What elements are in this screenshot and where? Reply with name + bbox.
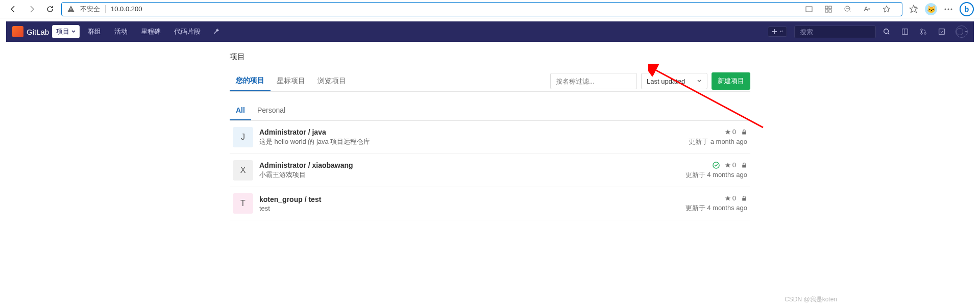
- project-row[interactable]: X Administrator / xiaobawang 小霸王游戏项目 0 更…: [230, 154, 750, 187]
- svg-rect-4: [829, 6, 831, 9]
- qr-icon[interactable]: [821, 2, 836, 16]
- plus-icon: [771, 29, 777, 35]
- gitlab-logo[interactable]: GitLab: [12, 26, 49, 37]
- favorite-icon[interactable]: [879, 2, 894, 16]
- nav-groups[interactable]: 群组: [83, 27, 106, 36]
- projects-dropdown[interactable]: 项目: [52, 25, 80, 38]
- lock-icon: [741, 162, 747, 168]
- svg-rect-12: [902, 29, 908, 35]
- nav-milestones[interactable]: 里程碑: [136, 27, 166, 36]
- more-button[interactable]: [941, 2, 955, 16]
- svg-rect-0: [70, 8, 71, 10]
- svg-rect-1: [70, 11, 71, 11]
- url-text: 10.0.0.200: [111, 5, 794, 13]
- watermark: CSDN @我是koten: [785, 295, 837, 304]
- nav-snippets[interactable]: 代码片段: [169, 27, 206, 36]
- issues-icon[interactable]: [897, 24, 913, 39]
- svg-point-16: [924, 33, 926, 35]
- svg-point-14: [921, 29, 923, 31]
- project-list: J Administrator / java 这是 hello world 的 …: [230, 121, 750, 220]
- divider: [105, 5, 106, 13]
- forward-button[interactable]: [24, 2, 39, 16]
- reader-icon[interactable]: [802, 2, 816, 16]
- refresh-button[interactable]: [43, 2, 57, 16]
- svg-rect-21: [742, 165, 746, 167]
- tab-your-projects[interactable]: 您的项目: [230, 71, 271, 91]
- project-avatar: J: [233, 127, 253, 147]
- nav-activity[interactable]: 活动: [109, 27, 133, 36]
- tab-explore[interactable]: 浏览项目: [311, 71, 352, 91]
- create-dropdown[interactable]: [768, 27, 787, 37]
- project-updated: 更新于 4 months ago: [685, 170, 747, 179]
- bing-icon[interactable]: b: [960, 2, 974, 16]
- admin-wrench-icon[interactable]: [209, 24, 224, 39]
- project-avatar: X: [233, 160, 253, 181]
- svg-rect-19: [742, 132, 746, 134]
- profile-avatar[interactable]: 🐱: [925, 3, 937, 15]
- chevron-down-icon: [779, 30, 783, 34]
- svg-rect-6: [829, 10, 831, 12]
- address-bar[interactable]: 不安全 10.0.0.200 A»: [61, 2, 902, 16]
- sort-label: Last updated: [647, 78, 685, 85]
- gitlab-header: GitLab 项目 群组 活动 里程碑 代码片段: [6, 21, 974, 42]
- lock-icon: [741, 129, 747, 135]
- project-row[interactable]: T koten_group / test test 0 更新于 4 months…: [230, 187, 750, 220]
- favorites-button[interactable]: [906, 2, 921, 16]
- star-count: 0: [725, 161, 736, 169]
- lock-icon: [741, 195, 747, 201]
- projects-dropdown-label: 项目: [56, 27, 69, 36]
- svg-point-15: [921, 33, 923, 35]
- star-icon: [725, 162, 731, 168]
- search-box[interactable]: [794, 25, 876, 38]
- chevron-down-icon: [965, 30, 967, 34]
- star-count: 0: [725, 128, 736, 136]
- svg-rect-5: [825, 10, 828, 12]
- browser-toolbar: 不安全 10.0.0.200 A» 🐱 b: [0, 0, 980, 18]
- star-icon: [725, 195, 731, 201]
- svg-rect-17: [939, 29, 945, 35]
- logo-icon: [12, 26, 23, 37]
- project-name: koten_group / test: [259, 195, 679, 203]
- back-button[interactable]: [6, 2, 20, 16]
- project-name: Administrator / java: [259, 128, 682, 136]
- tab-starred[interactable]: 星标项目: [271, 71, 311, 91]
- svg-point-10: [951, 8, 952, 10]
- sort-dropdown[interactable]: Last updated: [641, 73, 707, 89]
- todos-icon[interactable]: [934, 24, 949, 39]
- svg-rect-13: [904, 29, 904, 35]
- svg-point-9: [948, 8, 949, 10]
- sub-tab-all[interactable]: All: [230, 101, 251, 120]
- brand-text: GitLab: [27, 28, 49, 36]
- project-row[interactable]: J Administrator / java 这是 hello world 的 …: [230, 121, 750, 154]
- page-content: 项目 您的项目 星标项目 浏览项目 Last updated 新建项目 All …: [230, 42, 750, 220]
- merge-requests-icon[interactable]: [916, 24, 931, 39]
- project-updated: 更新于 a month ago: [689, 137, 747, 146]
- text-size-icon[interactable]: A»: [860, 2, 874, 16]
- project-description: 小霸王游戏项目: [259, 170, 679, 179]
- svg-rect-22: [742, 198, 746, 200]
- svg-rect-3: [825, 6, 828, 9]
- filter-input[interactable]: [550, 73, 637, 89]
- project-description: test: [259, 204, 679, 212]
- svg-point-8: [945, 8, 946, 10]
- star-count: 0: [725, 194, 736, 202]
- primary-tabs: 您的项目 星标项目 浏览项目 Last updated 新建项目: [230, 71, 750, 92]
- pipeline-success-icon: [713, 162, 720, 169]
- user-menu[interactable]: [955, 25, 968, 38]
- svg-rect-2: [806, 7, 812, 12]
- sub-tabs: All Personal: [230, 101, 750, 121]
- search-input[interactable]: [800, 28, 870, 36]
- search-icon[interactable]: [879, 24, 894, 39]
- project-avatar: T: [233, 193, 253, 214]
- project-description: 这是 hello world 的 java 项目远程仓库: [259, 137, 682, 146]
- sub-tab-personal[interactable]: Personal: [251, 101, 291, 120]
- chevron-down-icon: [71, 30, 76, 34]
- star-icon: [725, 129, 731, 135]
- svg-point-18: [957, 28, 963, 35]
- svg-point-11: [884, 29, 889, 34]
- security-label: 不安全: [80, 5, 100, 14]
- page-title: 项目: [230, 52, 750, 62]
- new-project-button[interactable]: 新建项目: [712, 72, 750, 90]
- project-updated: 更新于 4 months ago: [685, 203, 747, 213]
- zoom-out-icon[interactable]: [841, 2, 855, 16]
